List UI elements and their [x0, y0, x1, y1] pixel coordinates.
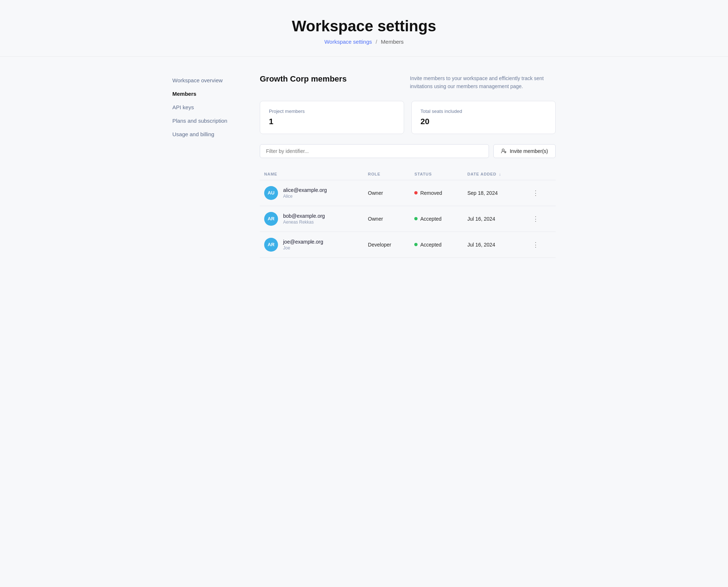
- invite-members-button[interactable]: Invite member(s): [493, 144, 556, 158]
- member-info: alice@example.org Alice: [283, 187, 327, 199]
- member-info: bob@example.org Aeneas Rekkas: [283, 213, 325, 225]
- filter-row: Invite member(s): [260, 144, 556, 158]
- breadcrumb-link[interactable]: Workspace settings: [324, 39, 372, 45]
- member-cell: AR joe@example.org Joe: [260, 232, 364, 257]
- stat-card-project-members: Project members 1: [260, 101, 404, 134]
- total-seats-label: Total seats included: [420, 109, 547, 114]
- user-plus-icon: [501, 148, 507, 154]
- sidebar-item-api-keys[interactable]: API keys: [172, 101, 238, 113]
- status-label: Accepted: [420, 242, 441, 248]
- member-email: bob@example.org: [283, 213, 325, 219]
- section-title: Growth Corp members: [260, 74, 347, 84]
- more-options-button[interactable]: ⋮: [529, 188, 542, 198]
- member-status: Removed: [410, 180, 463, 206]
- col-header-name: NAME: [260, 168, 364, 180]
- member-role: Owner: [364, 206, 410, 232]
- member-date-added: Sep 18, 2024: [463, 180, 525, 206]
- member-name: Aeneas Rekkas: [283, 220, 325, 225]
- project-members-value: 1: [269, 117, 395, 126]
- section-header: Growth Corp members Invite members to yo…: [260, 74, 556, 91]
- member-date-added: Jul 16, 2024: [463, 232, 525, 257]
- filter-input[interactable]: [260, 144, 489, 158]
- content-area: Growth Corp members Invite members to yo…: [260, 74, 556, 258]
- page-header: Workspace settings Workspace settings / …: [0, 0, 728, 57]
- member-email: joe@example.org: [283, 239, 323, 245]
- table-row: AR joe@example.org Joe Developer Accepte…: [260, 232, 556, 257]
- col-header-status: STATUS: [410, 168, 463, 180]
- col-header-role: ROLE: [364, 168, 410, 180]
- member-role: Developer: [364, 232, 410, 257]
- member-date-added: Jul 16, 2024: [463, 206, 525, 232]
- col-header-actions: [525, 168, 556, 180]
- member-status: Accepted: [410, 206, 463, 232]
- member-email: alice@example.org: [283, 187, 327, 193]
- main-layout: Workspace overview Members API keys Plan…: [164, 57, 564, 275]
- table-row: AU alice@example.org Alice Owner Removed…: [260, 180, 556, 206]
- members-table: NAME ROLE STATUS DATE ADDED ↓ AU alice@e…: [260, 168, 556, 258]
- member-actions-cell: ⋮: [525, 180, 556, 206]
- member-actions-cell: ⋮: [525, 206, 556, 232]
- sidebar-item-usage-billing[interactable]: Usage and billing: [172, 128, 238, 140]
- sidebar-item-members[interactable]: Members: [172, 88, 238, 100]
- sidebar: Workspace overview Members API keys Plan…: [172, 74, 238, 258]
- svg-point-0: [502, 149, 504, 151]
- member-status: Accepted: [410, 232, 463, 257]
- total-seats-value: 20: [420, 117, 547, 126]
- sidebar-item-workspace-overview[interactable]: Workspace overview: [172, 74, 238, 86]
- member-name: Alice: [283, 194, 327, 199]
- invite-button-label: Invite member(s): [510, 148, 548, 154]
- section-description: Invite members to your workspace and eff…: [410, 74, 556, 91]
- status-label: Accepted: [420, 216, 441, 222]
- avatar: AR: [264, 238, 278, 252]
- member-actions-cell: ⋮: [525, 232, 556, 257]
- breadcrumb: Workspace settings / Members: [0, 39, 728, 45]
- table-header-row: NAME ROLE STATUS DATE ADDED ↓: [260, 168, 556, 180]
- member-cell: AU alice@example.org Alice: [260, 180, 364, 206]
- member-cell: AR bob@example.org Aeneas Rekkas: [260, 206, 364, 232]
- stats-row: Project members 1 Total seats included 2…: [260, 101, 556, 134]
- more-options-button[interactable]: ⋮: [529, 239, 542, 250]
- breadcrumb-current: Members: [381, 39, 404, 45]
- table-row: AR bob@example.org Aeneas Rekkas Owner A…: [260, 206, 556, 232]
- stat-card-total-seats: Total seats included 20: [411, 101, 556, 134]
- status-dot: [414, 191, 418, 194]
- member-name: Joe: [283, 245, 323, 251]
- avatar: AU: [264, 186, 278, 200]
- avatar: AR: [264, 212, 278, 226]
- status-dot: [414, 217, 418, 220]
- breadcrumb-separator: /: [376, 39, 377, 45]
- status-dot: [414, 243, 418, 246]
- status-label: Removed: [420, 190, 442, 196]
- sort-icon: ↓: [499, 172, 501, 176]
- col-header-date-added[interactable]: DATE ADDED ↓: [463, 168, 525, 180]
- member-role: Owner: [364, 180, 410, 206]
- project-members-label: Project members: [269, 109, 395, 114]
- page-title: Workspace settings: [0, 17, 728, 35]
- member-info: joe@example.org Joe: [283, 239, 323, 251]
- more-options-button[interactable]: ⋮: [529, 213, 542, 224]
- sidebar-item-plans-subscription[interactable]: Plans and subscription: [172, 115, 238, 127]
